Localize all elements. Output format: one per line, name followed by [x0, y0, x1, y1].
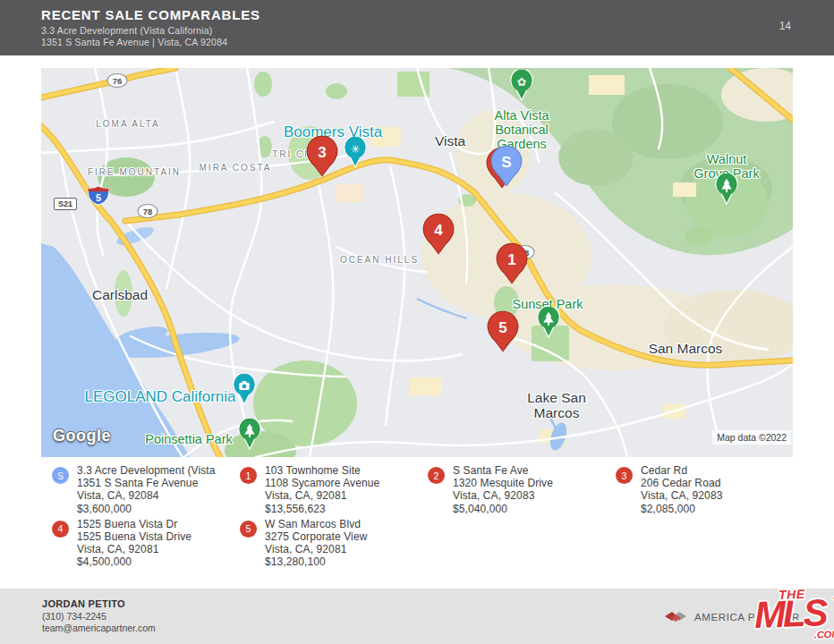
agent-contact: JORDAN PETITO (310) 734-2245 team@americ…	[42, 598, 156, 633]
legend-item-2: 2S Santa Fe Ave1320 Mesquite DriveVista,…	[428, 464, 616, 515]
map-attribution: Map data ©2022	[712, 430, 791, 445]
header-bar: RECENT SALE COMPARABLES 3.3 Acre Develop…	[0, 0, 834, 55]
svg-text:4: 4	[434, 222, 443, 239]
legend-item-4: 41525 Buena Vista Dr1525 Buena Vista Dri…	[52, 518, 240, 569]
shield-s21: S21	[54, 198, 77, 210]
mls-com-text: .COM	[813, 629, 834, 640]
label-lake-san-marcos: Lake SanMarcos	[527, 390, 586, 421]
svg-text:3: 3	[318, 144, 326, 161]
poi-pin-boomers[interactable]: ✳	[344, 137, 368, 172]
label-san-marcos: San Marcos	[649, 341, 723, 356]
label-loma-alta: LOMA ALTA	[96, 119, 160, 129]
map-pin-4[interactable]: 4	[422, 213, 455, 258]
page-title: RECENT SALE COMPARABLES	[41, 7, 260, 22]
comparables-legend: S3.3 Acre Development (Vista1351 S Santa…	[41, 464, 802, 569]
legend-text-S: 3.3 Acre Development (Vista1351 S Santa …	[77, 464, 216, 515]
svg-text:✳: ✳	[351, 143, 360, 156]
label-mira-costa: MIRA COSTA	[200, 163, 272, 173]
page: RECENT SALE COMPARABLES 3.3 Acre Develop…	[0, 0, 834, 644]
svg-text:5: 5	[96, 192, 101, 203]
legend-item-3: 3Cedar Rd206 Cedar RoadVista, CA, 92083$…	[616, 464, 804, 515]
header-subtitle-2: 1351 S Santa Fe Avenue | Vista, CA 92084	[41, 37, 227, 47]
label-vista: Vista	[435, 133, 465, 148]
legend-marker-5: 5	[240, 521, 257, 538]
poi-pin-poinsettia[interactable]	[238, 419, 262, 453]
shield-route-76: 76	[107, 73, 128, 88]
label-legoland: LEGOLAND California	[84, 388, 235, 405]
legend-text-4: 1525 Buena Vista Dr1525 Buena Vista Driv…	[77, 518, 191, 569]
legend-text-2: S Santa Fe Ave1320 Mesquite DriveVista, …	[453, 464, 553, 515]
legend-marker-1: 1	[240, 467, 257, 484]
label-carlsbad: Carlsbad	[92, 287, 148, 302]
header-subtitle-1: 3.3 Acre Development (Vista California)	[41, 25, 212, 36]
legend-marker-2: 2	[428, 467, 445, 484]
legend-text-5: W San Marcos Blvd3275 Corporate ViewVist…	[265, 518, 367, 569]
map-pin-3[interactable]: 3	[306, 135, 338, 181]
footer-bar: JORDAN PETITO (310) 734-2245 team@americ…	[0, 589, 834, 644]
legend-item-S: S3.3 Acre Development (Vista1351 S Santa…	[52, 464, 240, 515]
map-pin-1[interactable]: 1	[496, 242, 528, 288]
legend-text-1: 103 Townhome Site1108 Sycamore AvenueVis…	[265, 464, 379, 515]
legend-marker-S: S	[52, 467, 69, 484]
svg-text:S: S	[501, 154, 511, 171]
map-canvas[interactable]: LOMA ALTAFIRE MOUNTAINMIRA COSTATRI CITY…	[41, 68, 793, 457]
svg-text:✿: ✿	[517, 76, 526, 89]
legend-marker-3: 3	[616, 467, 633, 484]
legend-text-3: Cedar Rd206 Cedar RoadVista, CA, 92083$2…	[641, 464, 722, 515]
shield-interstate-5: 5	[87, 186, 110, 210]
shield-route-78-west: 78	[138, 204, 158, 218]
poi-pin-walnut-grove[interactable]	[715, 174, 739, 208]
legend-marker-4: 4	[52, 521, 69, 538]
svg-text:5: 5	[498, 319, 506, 336]
themls-logo: THE MLS ™ .COM	[753, 583, 834, 644]
agent-email: team@americapartner.com	[42, 623, 156, 633]
map-pin-5[interactable]: 5	[487, 310, 519, 356]
poi-pin-legoland[interactable]	[233, 374, 257, 409]
svg-text:1: 1	[507, 251, 515, 268]
label-fire-mountain: FIRE MOUNTAIN	[88, 167, 181, 177]
label-poinsettia-park: Poinsettia Park	[145, 432, 233, 446]
poi-pin-sunset-park[interactable]	[537, 307, 561, 342]
page-number: 14	[779, 20, 791, 32]
legend-item-1: 1103 Townhome Site1108 Sycamore AvenueVi…	[240, 464, 428, 515]
handshake-icon	[663, 608, 688, 626]
map-pin-subject[interactable]: S	[490, 145, 523, 191]
legend-item-5: 5W San Marcos Blvd3275 Corporate ViewVis…	[240, 518, 428, 569]
google-logo[interactable]: Google	[53, 427, 111, 445]
agent-name: JORDAN PETITO	[42, 598, 156, 609]
label-ocean-hills: OCEAN HILLS	[340, 255, 419, 265]
poi-pin-alta-vista[interactable]: ✿	[510, 70, 534, 105]
agent-phone: (310) 734-2245	[42, 611, 156, 622]
